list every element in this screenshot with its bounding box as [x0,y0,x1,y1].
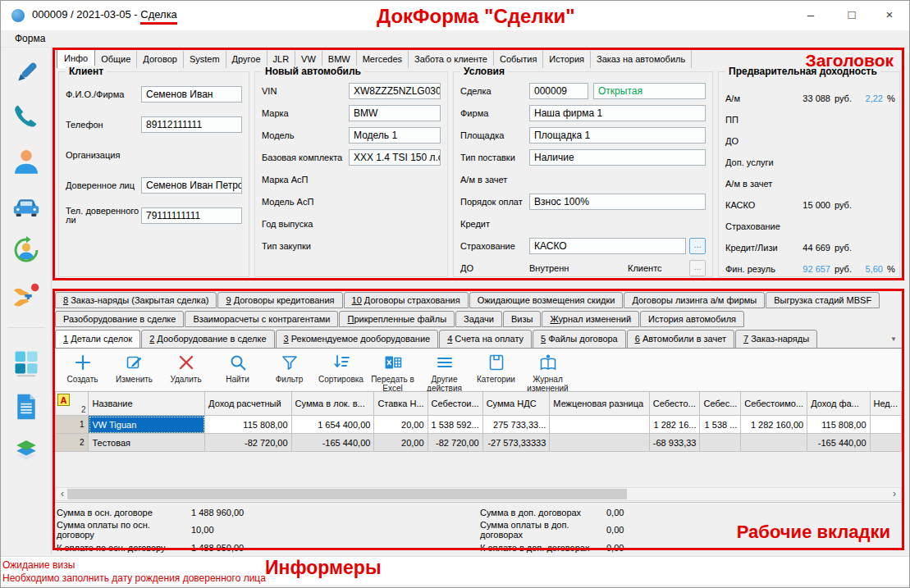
grid-cell[interactable]: Тестовая [89,434,205,452]
column-header[interactable]: Себес... [700,392,741,416]
filter-button[interactable]: Фильтр [263,351,315,384]
work-tab[interactable]: 8 Заказ-наряды (Закрытая сделка) [55,292,217,308]
model-field[interactable]: Модель 1 [349,127,441,144]
table-row[interactable]: 1VW Tiguan115 808,001 654 400,0020,001 5… [56,416,902,434]
work-tab[interactable]: 5 Файлы договора [533,330,626,349]
excel-button[interactable]: Передать в Excel [367,351,418,393]
pen-icon[interactable] [11,58,41,88]
client-phone-field[interactable]: 89112111111 [141,116,242,133]
work-tab[interactable]: Разоборудование в сделке [55,311,184,327]
work-tab[interactable]: 6 Автомобили в зачет [627,330,734,349]
grid-cell[interactable]: 115 808,00 [205,416,292,434]
header-tab[interactable]: История [543,51,591,68]
tab-overflow-button[interactable]: ▼ [887,333,900,346]
row-header[interactable]: 1 [56,416,89,434]
grid-cell[interactable] [870,434,901,452]
work-tab[interactable]: 7 Заказ-наряды [735,330,817,349]
scroll-right-arrow[interactable]: › [888,488,901,500]
horizontal-scrollbar[interactable]: ‹ › [55,487,902,501]
column-header[interactable]: Себестоимо... [741,392,807,416]
column-header[interactable]: Межценовая разница [550,392,650,416]
base-config-field[interactable]: XXX 1.4 TSI 150 л.с. ( [349,149,441,166]
column-header[interactable]: Название [89,392,205,416]
grid-cell[interactable]: 275 733,33... [482,416,550,434]
column-header[interactable]: Сумма НДС [482,392,550,416]
document-icon[interactable] [11,392,41,422]
other-actions-button[interactable]: Другие действия [418,351,470,393]
search-button[interactable]: Найти [212,351,263,384]
grid-cell[interactable] [550,434,650,452]
categories-button[interactable]: Категории [470,351,522,384]
column-header[interactable]: Нед... [870,392,901,416]
column-header[interactable]: Доход фа... [807,392,870,416]
grid-cell[interactable]: -82 720,00 [205,434,292,452]
work-tab[interactable]: 9 Договоры кредитования [217,292,342,308]
column-header[interactable]: Себесто... [649,392,700,416]
column-header[interactable]: Ставка Н... [374,392,428,416]
grid-cell[interactable] [870,416,901,434]
grid-cell[interactable]: -165 440,00 [291,434,374,452]
work-tab[interactable]: 10 Договоры страхования [344,292,469,308]
firm-field[interactable]: Наша фирма 1 [529,105,706,121]
work-tab[interactable]: Взаиморасчеты с контрагентами [185,311,338,327]
plus-button[interactable]: Создать [57,351,108,384]
grid-cell[interactable] [700,434,741,452]
grid-cell[interactable]: -82 720,00 [428,434,482,452]
header-tab[interactable]: Заказ на автомобиль [591,51,692,68]
journal-button[interactable]: Журнал изменений [522,351,574,393]
maximize-button[interactable]: □ [839,7,864,21]
grid-cell[interactable]: 115 808,00 [807,416,870,434]
work-tab[interactable]: Договоры лизинга а/м фирмы [624,292,765,308]
work-tab[interactable]: Журнал изменений [542,311,639,327]
column-header[interactable]: Доход расчетный [205,392,292,416]
brand-field[interactable]: BMW [349,105,441,121]
close-button[interactable]: × [877,7,902,21]
column-header[interactable]: Сумма в лок. в... [291,392,374,416]
grid-cell[interactable]: 1 538 ... [700,416,741,434]
sort-button[interactable]: Сортировка [315,351,367,384]
scrollbar-thumb[interactable] [67,489,627,499]
header-tab[interactable]: Договор [137,51,184,68]
minimize-button[interactable]: – [798,7,823,21]
work-tab[interactable]: 4 Счета на оплату [439,330,532,349]
work-tab[interactable]: Выгрузка стадий MBSF [766,292,880,308]
grid-cell[interactable]: 1 282 160,00 [741,416,807,434]
car-icon[interactable] [11,191,41,221]
grid-cell[interactable]: 1 538 592... [428,416,482,434]
site-field[interactable]: Площадка 1 [529,127,706,144]
grid-cell[interactable] [550,416,650,434]
deal-number-field[interactable]: 000009 [529,83,588,99]
tiles-icon[interactable] [11,348,41,377]
work-tab[interactable]: Прикрепленные файлы [339,311,455,327]
client-name-field[interactable]: Семенов Иван [141,86,242,103]
auto-filter-icon[interactable]: A [57,394,70,406]
payment-order-field[interactable]: Взнос 100% [529,194,706,210]
do-ellipsis-button[interactable]: ... [689,260,706,276]
grid-cell[interactable] [741,434,807,452]
grid-corner-cell[interactable]: A2 [56,392,89,416]
grid-cell[interactable]: -165 440,00 [807,434,870,452]
trade-in-icon[interactable] [11,235,41,265]
trustee-phone-field[interactable]: 79111111111 [141,207,242,224]
column-header[interactable]: Себестои... [428,392,482,416]
work-tab[interactable]: Визы [503,311,541,327]
header-tab[interactable]: Mercedes [357,51,409,68]
grid-cell[interactable]: -68 933,33 [649,434,700,452]
edit-button[interactable]: Изменить [108,351,160,384]
phone-icon[interactable] [11,103,41,132]
grid-cell[interactable]: 1 654 400,00 [291,416,374,434]
table-row[interactable]: 2Тестовая-82 720,00-165 440,0020,00-82 7… [56,434,902,452]
trustee-name-field[interactable]: Семенов Иван Петрович [141,177,242,194]
grid-cell[interactable]: 20,00 [374,416,428,434]
work-tab[interactable]: 2 Дооборудование в сделке [141,330,274,349]
insurance-ellipsis-button[interactable]: ... [689,238,706,254]
row-header[interactable]: 2 [56,434,89,452]
menu-forma[interactable]: Форма [15,33,45,44]
work-tab[interactable]: Ожидающие возмещения скидки [469,292,624,308]
work-tab[interactable]: Задачи [455,311,502,327]
person-icon[interactable] [11,147,41,176]
header-tab[interactable]: System [184,51,226,68]
delivery-type-field[interactable]: Наличие [529,149,706,166]
grid-cell[interactable]: 1 282 16... [649,416,700,434]
work-tab[interactable]: История автомобиля [640,311,744,327]
